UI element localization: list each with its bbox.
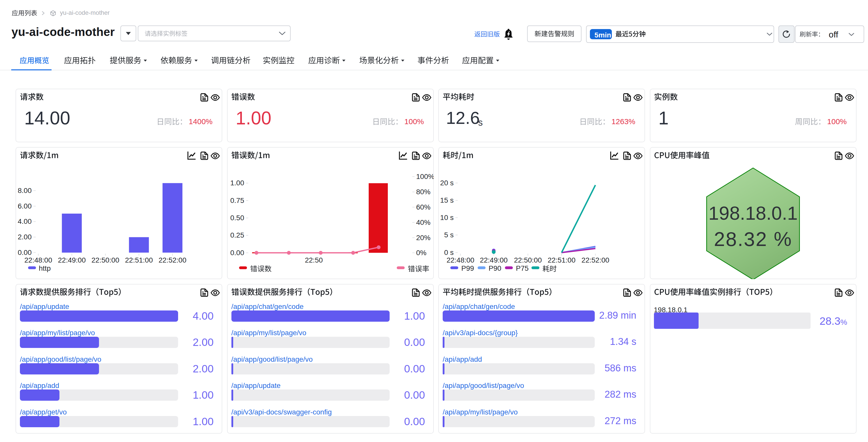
svg-text:22:48:00: 22:48:00 (446, 256, 474, 264)
svg-text:28.32 %: 28.32 % (714, 228, 792, 250)
svg-text:20%: 20% (416, 234, 430, 242)
svg-text:http: http (39, 264, 51, 272)
svg-text:1.00: 1.00 (230, 179, 244, 187)
svg-text:60%: 60% (416, 203, 430, 211)
svg-text:40%: 40% (416, 218, 430, 226)
svg-text:2.00: 2.00 (18, 233, 32, 241)
svg-text:6.00: 6.00 (18, 202, 32, 210)
svg-text:0 s: 0 s (444, 248, 454, 257)
svg-text:0.50: 0.50 (230, 214, 244, 222)
svg-text:0.75: 0.75 (230, 197, 244, 204)
svg-text:22:51:00: 22:51:00 (125, 256, 153, 264)
svg-text:0.00: 0.00 (230, 249, 244, 257)
svg-text:P99: P99 (461, 264, 474, 272)
svg-text:22:52:00: 22:52:00 (582, 256, 609, 264)
svg-text:80%: 80% (416, 188, 430, 196)
svg-text:4.00: 4.00 (18, 217, 32, 225)
svg-text:8.00: 8.00 (18, 186, 32, 195)
svg-text:22:51:00: 22:51:00 (548, 256, 576, 264)
svg-text:22:49:00: 22:49:00 (480, 256, 508, 264)
svg-text:20 s: 20 s (440, 179, 454, 187)
svg-text:P90: P90 (489, 264, 501, 272)
svg-text:22:50: 22:50 (305, 256, 322, 264)
svg-text:5 s: 5 s (444, 231, 454, 239)
svg-text:0%: 0% (416, 249, 426, 257)
svg-text:0.25: 0.25 (230, 231, 244, 239)
svg-text:10 s: 10 s (440, 214, 454, 222)
svg-text:22:52:00: 22:52:00 (159, 256, 187, 264)
svg-text:15 s: 15 s (440, 196, 454, 204)
svg-text:100%: 100% (416, 173, 434, 180)
svg-text:22:48:00: 22:48:00 (25, 256, 52, 264)
svg-text:P75: P75 (516, 264, 529, 272)
svg-text:22:50:00: 22:50:00 (514, 256, 542, 264)
svg-text:22:49:00: 22:49:00 (58, 256, 86, 264)
svg-text:22:50:00: 22:50:00 (92, 256, 119, 264)
svg-text:0.00: 0.00 (18, 248, 32, 257)
svg-text:198.18.0.1: 198.18.0.1 (708, 203, 798, 224)
